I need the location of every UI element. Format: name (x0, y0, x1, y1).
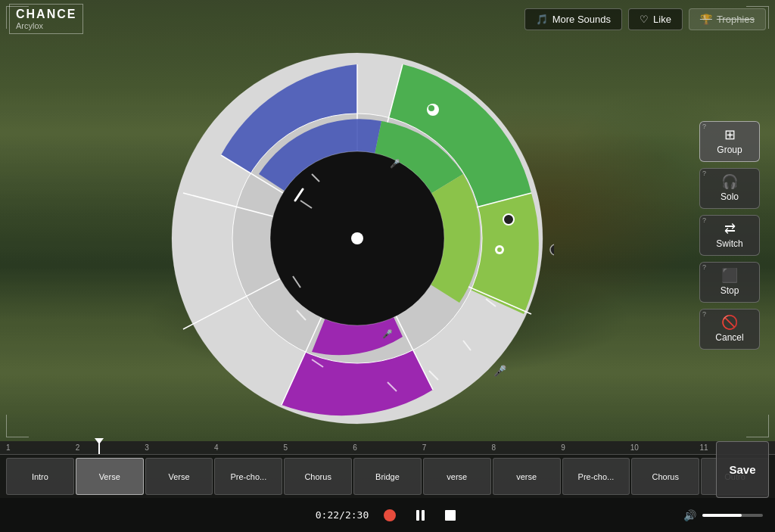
icon-lightgreen-1-inner (497, 247, 502, 252)
ruler-marks: 1234567891011 (6, 443, 769, 452)
app-subtitle: Arcylox (16, 21, 76, 30)
cancel-circle-icon: 🚫 (721, 316, 738, 329)
cancel-label: Cancel (715, 332, 743, 343)
ruler-number: 5 (284, 443, 353, 452)
ruler-number: 10 (630, 443, 700, 452)
ruler-number: 7 (422, 443, 492, 452)
timeline-segment[interactable]: Verse (145, 458, 213, 495)
mic-icon-2: 🎤 (382, 328, 393, 339)
stop-btn-wrap: ? ⬛ Stop (699, 262, 760, 303)
switch-button[interactable]: ? ⇄ Switch (699, 215, 760, 256)
stop-playback-button[interactable] (441, 506, 459, 524)
right-panel: ? ⊞ Group ? 🎧 Solo ? ⇄ Switch ? ⬛ Stop ?… (699, 121, 760, 350)
record-dot-icon (384, 509, 396, 521)
icon-dot-2 (550, 244, 554, 255)
stop-square-icon: ⬛ (721, 269, 738, 282)
switch-label: Switch (716, 238, 742, 249)
bottom-controls: 0:22/2:30 🔊 (0, 498, 775, 532)
wheel-svg[interactable]: 🎤 🎤 🎤 (160, 42, 554, 435)
timeline-area: 1234567891011 IntroVerseVersePre-cho...C… (0, 441, 775, 498)
ruler-number: 4 (214, 443, 284, 452)
mic-icon-1: 🎤 (493, 365, 507, 378)
pause-bar-right (422, 510, 425, 521)
volume-slider[interactable] (702, 514, 763, 517)
cancel-button[interactable]: ? 🚫 Cancel (699, 309, 760, 350)
save-button[interactable]: Save (716, 441, 769, 498)
timeline-segment[interactable]: Pre-cho... (562, 458, 630, 495)
stop-label: Stop (721, 285, 739, 296)
icon-green-1-inner (428, 105, 434, 111)
like-button[interactable]: ♡ Like (628, 8, 683, 30)
group-btn-wrap: ? ⊞ Group (699, 121, 760, 162)
switch-btn-wrap: ? ⇄ Switch (699, 215, 760, 256)
switch-help-icon: ? (702, 216, 706, 224)
solo-label: Solo (721, 191, 739, 202)
group-help-icon: ? (702, 123, 706, 130)
logo-area: CHANCE Arcylox (9, 4, 83, 34)
ruler-number: 9 (561, 443, 630, 452)
playhead (98, 441, 100, 454)
header: CHANCE Arcylox 🎵 More Sounds ♡ Like 🏆 Tr… (0, 0, 775, 38)
solo-help-icon: ? (702, 170, 706, 177)
timeline-segment[interactable]: Chorus (284, 458, 352, 495)
time-display: 0:22/2:30 (316, 509, 369, 521)
volume-icon: 🔊 (683, 509, 696, 521)
app-title: CHANCE (16, 8, 76, 21)
timeline-segments: IntroVerseVersePre-cho...ChorusBridgever… (0, 455, 775, 498)
record-button[interactable] (381, 506, 399, 524)
pause-bar-left (416, 510, 419, 521)
stop-help-icon: ? (702, 263, 706, 271)
trophy-icon: 🏆 (700, 14, 712, 25)
timeline-segment[interactable]: Bridge (353, 458, 422, 495)
timeline-segment[interactable]: Pre-cho... (214, 458, 282, 495)
wheel-container: 🎤 🎤 🎤 (160, 42, 554, 435)
volume-fill (702, 514, 742, 517)
music-note-icon: 🎵 (536, 14, 548, 25)
headphone-icon: 🎧 (721, 175, 738, 188)
more-sounds-label: More Sounds (552, 14, 611, 25)
timeline-segment[interactable]: Verse (76, 458, 144, 495)
timeline-segment[interactable]: verse (423, 458, 491, 495)
timeline-segment[interactable]: Chorus (631, 458, 699, 495)
trophies-button[interactable]: 🏆 Trophies (689, 8, 766, 30)
pause-button[interactable] (411, 506, 429, 524)
volume-area: 🔊 (683, 509, 763, 521)
pause-icon (416, 510, 425, 521)
like-label: Like (653, 14, 671, 25)
group-icon: ⊞ (724, 128, 736, 142)
center-dot (351, 232, 363, 244)
group-button[interactable]: ? ⊞ Group (699, 121, 760, 162)
ruler-number: 1 (6, 443, 76, 452)
header-buttons: 🎵 More Sounds ♡ Like 🏆 Trophies (524, 8, 766, 30)
timeline-ruler: 1234567891011 (0, 441, 775, 455)
solo-btn-wrap: ? 🎧 Solo (699, 168, 760, 209)
ruler-number: 6 (353, 443, 422, 452)
cancel-btn-wrap: ? 🚫 Cancel (699, 309, 760, 350)
stop-button[interactable]: ? ⬛ Stop (699, 262, 760, 303)
group-label: Group (717, 145, 742, 155)
ruler-number: 2 (76, 443, 145, 452)
heart-icon: ♡ (640, 14, 649, 25)
more-sounds-button[interactable]: 🎵 More Sounds (524, 8, 622, 30)
ruler-number: 3 (145, 443, 214, 452)
timeline-segment[interactable]: verse (493, 458, 561, 495)
icon-dot-1 (503, 214, 514, 225)
ruler-number: 8 (491, 443, 561, 452)
trophies-label: Trophies (717, 14, 755, 25)
solo-button[interactable]: ? 🎧 Solo (699, 168, 760, 209)
timeline-segment[interactable]: Intro (6, 458, 74, 495)
cancel-help-icon: ? (702, 310, 706, 318)
stop-square-playback-icon (445, 510, 456, 521)
switch-arrows-icon: ⇄ (724, 222, 736, 235)
